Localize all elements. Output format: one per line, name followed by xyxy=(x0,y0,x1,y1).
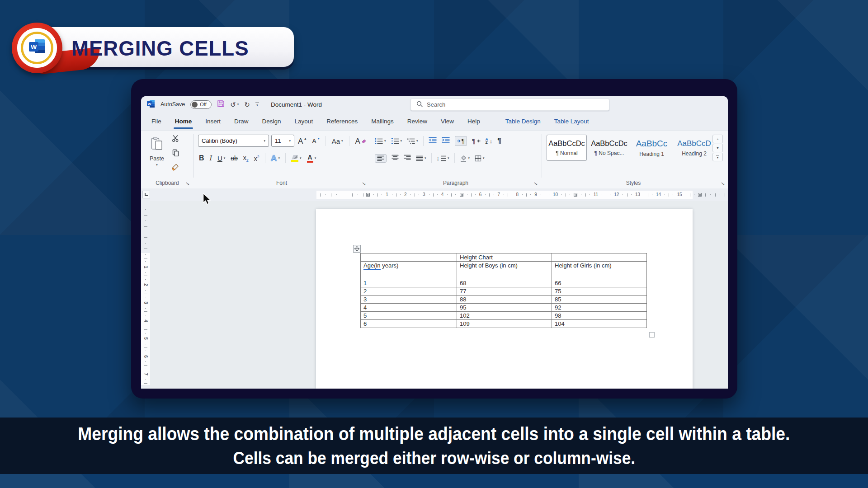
table-cell[interactable]: 102 xyxy=(457,312,552,320)
grow-font-button[interactable]: A ▴ xyxy=(298,137,306,145)
table-resize-handle[interactable] xyxy=(649,332,655,338)
decrease-indent-button[interactable] xyxy=(429,137,437,145)
tab-help[interactable]: Help xyxy=(461,113,487,130)
table-cell[interactable]: 5 xyxy=(361,312,457,320)
tab-stop-selector[interactable] xyxy=(142,191,150,198)
ruler-column-marker[interactable] xyxy=(698,193,702,197)
table-header-boys[interactable]: Height of Boys (in cm) xyxy=(457,262,552,279)
tab-mailings[interactable]: Mailings xyxy=(364,113,401,130)
horizontal-ruler[interactable]: 12346789101112131415 xyxy=(141,188,728,201)
numbering-button[interactable]: ▾ xyxy=(391,138,402,145)
table-cell[interactable]: 85 xyxy=(552,296,647,304)
align-right-button[interactable] xyxy=(404,154,411,162)
ruler-column-marker[interactable] xyxy=(574,193,577,197)
tab-draw[interactable]: Draw xyxy=(227,113,255,130)
table-cell[interactable]: 4 xyxy=(361,304,457,312)
styles-dialog-launcher[interactable]: ↘ xyxy=(721,181,725,187)
styles-scroll-down-button[interactable]: ▾ xyxy=(712,144,723,152)
table-cell[interactable]: 109 xyxy=(457,320,552,328)
strikethrough-button[interactable]: ab xyxy=(231,155,238,162)
table-cell[interactable]: 98 xyxy=(552,312,647,320)
font-size-combobox[interactable]: 11 ▾ xyxy=(271,135,294,147)
justify-button[interactable]: ▾ xyxy=(416,155,426,161)
document-canvas[interactable]: 1234567 Height Chart Age xyxy=(141,201,728,389)
ruler-column-marker[interactable] xyxy=(460,193,463,197)
sort-button[interactable]: AZ ↓ xyxy=(486,138,493,145)
borders-button[interactable]: ▾ xyxy=(475,155,485,162)
copy-icon[interactable] xyxy=(172,149,179,158)
height-chart-table[interactable]: Height Chart Age(in years) Height of Boy… xyxy=(360,253,647,328)
tab-home[interactable]: Home xyxy=(168,113,199,130)
left-to-right-paragraph-button[interactable]: ¶ xyxy=(455,136,467,146)
font-name-combobox[interactable]: Calibri (Body) ▾ xyxy=(198,135,269,147)
align-left-button[interactable] xyxy=(375,154,387,163)
styles-scroll-up-button[interactable]: ▴ xyxy=(712,135,723,143)
table-title-cell[interactable]: Height Chart xyxy=(457,253,552,262)
table-cell[interactable]: 95 xyxy=(457,304,552,312)
tab-review[interactable]: Review xyxy=(401,113,434,130)
paragraph-dialog-launcher[interactable]: ↘ xyxy=(533,181,538,187)
style-normal[interactable]: AaBbCcDc ¶ Normal xyxy=(547,135,587,161)
font-color-button[interactable]: A ▾ xyxy=(307,154,316,163)
vertical-ruler[interactable]: 1234567 xyxy=(141,201,150,389)
align-center-button[interactable] xyxy=(392,154,399,162)
bold-button[interactable]: B xyxy=(199,154,204,162)
table-cell[interactable]: 68 xyxy=(457,279,552,287)
format-painter-icon[interactable] xyxy=(172,164,179,173)
table-cell[interactable]: 92 xyxy=(552,304,647,312)
style-heading-1[interactable]: AaBbCc Heading 1 xyxy=(632,135,672,161)
redo-icon[interactable]: ↻ xyxy=(244,101,250,108)
font-dialog-launcher[interactable]: ↘ xyxy=(362,181,366,187)
undo-button[interactable]: ↺ ▾ xyxy=(230,101,239,108)
tab-file[interactable]: File xyxy=(145,113,168,130)
table-cell[interactable] xyxy=(552,253,647,262)
table-move-handle[interactable] xyxy=(353,245,361,253)
bullets-button[interactable]: ▾ xyxy=(375,138,386,145)
save-icon[interactable] xyxy=(217,100,225,109)
right-to-left-paragraph-button[interactable]: ¶ xyxy=(472,137,481,145)
tab-table-layout[interactable]: Table Layout xyxy=(547,113,596,130)
text-effects-button[interactable]: A ▾ xyxy=(271,153,280,163)
style-heading-2[interactable]: AaBbCcD Heading 2 xyxy=(674,135,714,161)
italic-button[interactable]: I xyxy=(210,154,212,162)
superscript-button[interactable]: x2 xyxy=(254,155,259,162)
table-cell[interactable]: 88 xyxy=(457,296,552,304)
tab-design[interactable]: Design xyxy=(255,113,288,130)
table-cell[interactable]: 104 xyxy=(552,320,647,328)
shading-button[interactable]: ▾ xyxy=(460,155,470,162)
tab-layout[interactable]: Layout xyxy=(288,113,320,130)
search-input[interactable]: Search xyxy=(410,99,609,111)
change-case-button[interactable]: Aa ▾ xyxy=(332,138,343,145)
ruler-column-marker[interactable] xyxy=(366,193,370,197)
line-spacing-button[interactable]: ↕ ▾ xyxy=(437,155,449,162)
text-highlight-button[interactable]: ▾ xyxy=(291,155,302,162)
table-cell[interactable] xyxy=(361,253,457,262)
style-no-spacing[interactable]: AaBbCcDc ¶ No Spac... xyxy=(589,135,629,161)
table-cell[interactable]: 3 xyxy=(361,296,457,304)
cut-icon[interactable] xyxy=(172,135,179,144)
clipboard-dialog-launcher[interactable]: ↘ xyxy=(185,181,189,187)
table-cell[interactable]: 2 xyxy=(361,287,457,296)
tab-view[interactable]: View xyxy=(434,113,461,130)
show-hide-formatting-button[interactable]: ¶ xyxy=(497,137,501,145)
table-header-girls[interactable]: Height of Girls (in cm) xyxy=(552,262,647,279)
multilevel-list-button[interactable]: ▾ xyxy=(407,138,418,145)
tab-table-design[interactable]: Table Design xyxy=(499,113,547,130)
table-header-age[interactable]: Age(in years) xyxy=(361,262,457,279)
tab-insert[interactable]: Insert xyxy=(198,113,227,130)
quick-access-overflow[interactable]: ▾ xyxy=(255,103,259,107)
table-cell[interactable]: 1 xyxy=(361,279,457,287)
tab-references[interactable]: References xyxy=(320,113,364,130)
table-cell[interactable]: 77 xyxy=(457,287,552,296)
table-cell[interactable]: 66 xyxy=(552,279,647,287)
underline-button[interactable]: U ▾ xyxy=(217,155,225,162)
increase-indent-button[interactable] xyxy=(442,137,450,145)
autosave-toggle[interactable]: Off xyxy=(190,100,212,109)
paste-button[interactable]: Paste ▾ xyxy=(145,134,169,178)
styles-more-button[interactable]: ▾ xyxy=(712,153,723,161)
subscript-button[interactable]: x2 xyxy=(243,154,249,163)
shrink-font-button[interactable]: A ▾ xyxy=(312,138,319,144)
table-cell[interactable]: 75 xyxy=(552,287,647,296)
table-cell[interactable]: 6 xyxy=(361,320,457,328)
clear-formatting-button[interactable]: A xyxy=(355,137,366,145)
